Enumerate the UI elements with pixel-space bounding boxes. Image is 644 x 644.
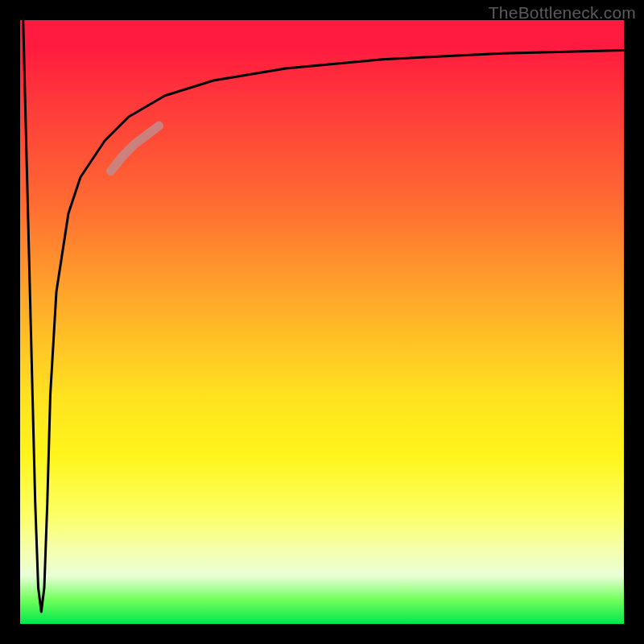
chart-frame: TheBottleneck.com xyxy=(0,0,644,644)
curve-svg xyxy=(20,20,624,624)
series-main-curve xyxy=(23,20,624,612)
plot-area xyxy=(20,20,624,624)
series-highlight-segment xyxy=(111,126,159,171)
watermark-text: TheBottleneck.com xyxy=(489,3,636,23)
